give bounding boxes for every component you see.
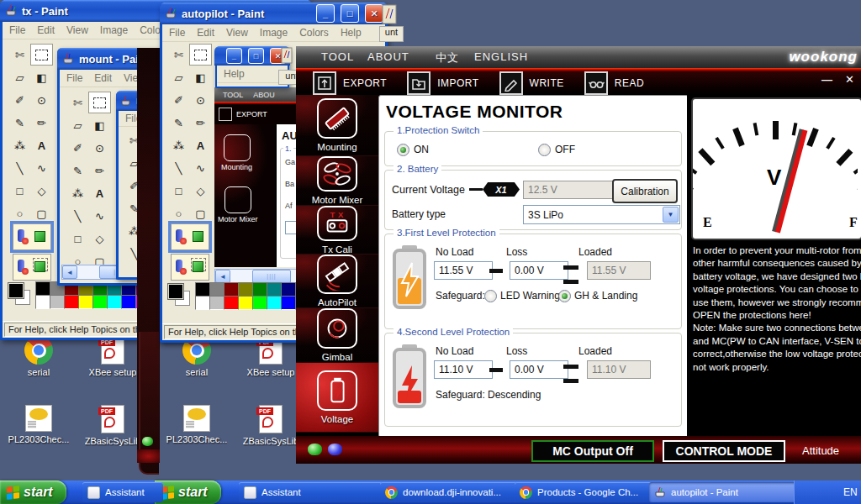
fill-tool-icon[interactable]: ◧ <box>88 114 111 136</box>
desktop-icon-pl2303chec-[interactable]: PL2303Chec... <box>160 405 234 470</box>
taskbar-item-autopilot-paint[interactable]: autopilot - Paint <box>649 482 796 502</box>
ellipse-tool-icon[interactable]: ○ <box>167 202 190 224</box>
palette-color[interactable] <box>107 295 122 309</box>
sidebar-item-motor-mixer[interactable]: Motor Mixer <box>296 156 378 206</box>
taskbar-item-products-google-ch-[interactable]: Products - Google Ch... <box>515 482 656 502</box>
eraser-tool-icon[interactable]: ▱ <box>8 66 31 88</box>
menu-item-view[interactable]: View <box>66 24 88 36</box>
palette-color[interactable] <box>267 296 282 310</box>
airbrush-tool-icon[interactable]: ⁂ <box>8 134 31 156</box>
autopilot-titlebar[interactable]: autopilot - Paint _ □ ✕ <box>160 3 388 24</box>
sidebar-item-mounting[interactable]: Mounting <box>296 95 378 156</box>
minimize-button[interactable]: _ <box>226 48 242 64</box>
sidebar-item-voltage[interactable]: Voltage <box>296 363 378 433</box>
color-picker-tool-icon[interactable]: ✐ <box>66 137 89 159</box>
palette-color[interactable] <box>238 282 253 297</box>
airbrush-tool-icon[interactable]: ⁂ <box>167 134 190 156</box>
palette-color[interactable] <box>281 282 296 297</box>
rectangle-tool-icon[interactable]: □ <box>167 180 190 202</box>
line-tool-icon[interactable]: ╲ <box>8 157 31 179</box>
sidebar-item-autopilot[interactable]: AutoPilot <box>296 255 378 308</box>
sidebar-item-gimbal[interactable]: Gimbal <box>296 308 378 363</box>
start-button[interactable]: start <box>0 480 66 504</box>
rectangle-tool-icon[interactable]: □ <box>8 180 31 202</box>
line-tool-icon[interactable]: ╲ <box>66 205 89 227</box>
curve-tool-icon[interactable]: ∿ <box>88 205 111 227</box>
free-form-select-tool-icon[interactable]: ✄ <box>66 92 89 113</box>
minimize-button[interactable]: _ <box>316 4 335 23</box>
text-tool-icon[interactable]: A <box>189 134 212 156</box>
polygon-tool-icon[interactable]: ◇ <box>88 228 111 249</box>
palette-color[interactable] <box>209 282 224 297</box>
palette-color[interactable] <box>209 296 224 310</box>
radio-gh-landing[interactable] <box>558 290 571 302</box>
menu-item-image[interactable]: Image <box>260 27 288 39</box>
export-button[interactable]: EXPORT <box>313 71 387 95</box>
radio-led-warning[interactable] <box>484 290 497 302</box>
menu-item-help[interactable]: Help <box>224 68 245 80</box>
autopilot-tool-palette[interactable]: ✄▱◧✐⊙✎✏⁂A╲∿□◇○▢ <box>167 44 210 224</box>
menu-tool[interactable]: TOOL <box>321 50 354 63</box>
magnifier-tool-icon[interactable]: ⊙ <box>30 89 53 111</box>
palette-color[interactable] <box>267 282 282 297</box>
palette-color[interactable] <box>195 296 210 310</box>
menu-item-help[interactable]: Help <box>341 27 362 39</box>
desktop-icon-serial[interactable]: serial <box>2 336 76 402</box>
loss-input[interactable]: 0.00 V <box>510 261 568 280</box>
palette-color[interactable] <box>238 296 253 310</box>
palette-color[interactable] <box>50 295 65 309</box>
assistant-close-button[interactable]: ✕ <box>845 73 854 86</box>
foreground-background-swatch[interactable] <box>166 282 192 307</box>
calibration-button[interactable]: Calibration <box>612 179 678 203</box>
pencil-tool-icon[interactable]: ✎ <box>66 160 89 181</box>
rounded-rectangle-tool-icon[interactable]: ▢ <box>189 202 212 224</box>
foreground-background-swatch[interactable] <box>7 281 32 307</box>
menu-item-colors[interactable]: Colors <box>299 27 329 39</box>
language-bar[interactable]: EN <box>794 480 861 504</box>
taskbar-item-download-dji-innovati-[interactable]: download.dji-innovati... <box>380 482 521 502</box>
maximize-button[interactable]: □ <box>341 4 359 23</box>
menu-item-file[interactable]: File <box>9 24 25 36</box>
desktop-icon-serial[interactable]: serial <box>160 336 234 402</box>
tx-tool-palette[interactable]: ✄▱◧✐⊙✎✏⁂A╲∿□◇○▢ <box>8 44 51 224</box>
magnifier-tool-icon[interactable]: ⊙ <box>88 137 111 159</box>
pencil-tool-icon[interactable]: ✎ <box>167 112 190 134</box>
palette-color[interactable] <box>35 281 50 296</box>
radio-on[interactable] <box>397 144 409 156</box>
tx-tool-options-selected[interactable] <box>13 223 51 250</box>
palette-color[interactable] <box>281 296 296 310</box>
ellipse-tool-icon[interactable]: ○ <box>8 202 31 224</box>
free-form-select-tool-icon[interactable]: ✄ <box>8 44 31 66</box>
autopilot-tool-options-selected[interactable] <box>171 223 209 250</box>
menu-item-view[interactable]: View <box>226 27 248 39</box>
palette-color[interactable] <box>224 282 239 297</box>
menu-item-edit[interactable]: Edit <box>94 72 112 84</box>
maximize-button[interactable]: □ <box>248 48 264 64</box>
select-tool-icon[interactable] <box>189 44 212 66</box>
menu-item-edit[interactable]: Edit <box>37 24 55 36</box>
palette-color[interactable] <box>64 295 79 309</box>
brush-tool-icon[interactable]: ✏ <box>88 160 111 181</box>
mount-tool-palette[interactable]: ✄▱◧✐⊙✎✏⁂A╲∿□◇○▢ <box>66 92 109 272</box>
palette-color[interactable] <box>224 296 239 310</box>
eraser-tool-icon[interactable]: ▱ <box>167 66 190 88</box>
taskbar-item-assistant[interactable]: Assistant <box>82 482 163 502</box>
curve-tool-icon[interactable]: ∿ <box>189 157 212 179</box>
battery-type-select[interactable]: 3S LiPo ▼ <box>523 205 680 224</box>
inner-titlebar[interactable]: _ □ ✕ <box>214 46 290 66</box>
read-button[interactable]: READ <box>584 71 644 95</box>
loss-input[interactable]: 0.00 V <box>510 360 568 379</box>
text-tool-icon[interactable]: A <box>30 134 53 156</box>
pencil-tool-icon[interactable]: ✎ <box>8 112 31 134</box>
line-tool-icon[interactable]: ╲ <box>167 157 190 179</box>
palette-color[interactable] <box>195 282 210 297</box>
chevron-down-icon[interactable]: ▼ <box>663 207 679 223</box>
airbrush-tool-icon[interactable]: ⁂ <box>66 182 89 204</box>
text-tool-icon[interactable]: A <box>88 182 111 204</box>
menu-about[interactable]: ABOUT <box>367 50 409 63</box>
current-voltage-input[interactable]: 12.5 V <box>523 181 615 199</box>
scroll-left-icon[interactable]: ◄ <box>62 265 77 279</box>
palette-color[interactable] <box>35 295 50 309</box>
rounded-rectangle-tool-icon[interactable]: ▢ <box>30 202 53 224</box>
radio-off[interactable] <box>538 144 551 156</box>
